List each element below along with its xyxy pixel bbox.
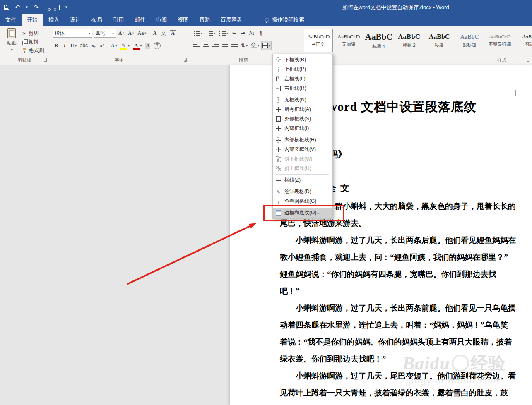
borders-button[interactable]: ▾ — [261, 41, 272, 50]
character-shading-button[interactable]: A — [144, 41, 152, 50]
tab-layout[interactable]: 布局 — [86, 14, 108, 26]
paste-dropdown-icon[interactable]: ▾ — [11, 48, 12, 52]
bold-button[interactable]: B — [53, 41, 60, 50]
justify-button[interactable] — [221, 41, 229, 50]
text-highlight-dropdown-icon[interactable]: ▾ — [128, 44, 130, 48]
menu-item-horizontal-line[interactable]: 横线(Z) — [273, 175, 332, 185]
strikethrough-button[interactable]: abc — [79, 41, 89, 50]
menu-item-diagonal-up-border[interactable]: 斜上框线(U) — [273, 164, 332, 173]
tab-review[interactable]: 审阅 — [151, 14, 172, 26]
undo-icon[interactable]: ↶ — [15, 4, 20, 10]
style-heading1[interactable]: AaBbC 标题 1 — [364, 29, 393, 52]
cut-button[interactable]: ✂ 剪切 — [22, 29, 39, 37]
style-subtitle[interactable]: AaBbC 副标题 — [455, 29, 484, 52]
numbering-button[interactable]: ▾ — [205, 29, 217, 38]
redo-icon[interactable]: ↷ — [34, 4, 39, 10]
text-effects-dropdown-icon[interactable]: ▾ — [116, 44, 117, 48]
menu-item-borders-and-shading[interactable]: 边框和底纹(O)... — [273, 208, 332, 218]
grow-font-button[interactable]: A˄ — [117, 29, 125, 38]
styles-dialog-launcher-icon[interactable] — [526, 58, 530, 62]
menu-item-left-border[interactable]: 左框线(L) — [273, 74, 332, 84]
style-normal[interactable]: AaBbCcD ↵正文 — [304, 29, 333, 52]
subscript-button[interactable]: x₂ — [90, 41, 97, 50]
font-size-dropdown-icon[interactable]: ▾ — [112, 31, 114, 35]
text-effects-button[interactable]: A ▾ — [110, 41, 118, 50]
character-border-button[interactable]: A — [169, 29, 177, 38]
clipboard-dialog-launcher-icon[interactable] — [43, 58, 47, 62]
underline-button[interactable]: U ▾ — [69, 41, 78, 50]
align-center-button[interactable] — [202, 41, 210, 50]
line-spacing-button[interactable]: ⇅ ▾ — [240, 41, 249, 50]
menu-item-right-border[interactable]: 右框线(R) — [273, 84, 332, 93]
italic-button[interactable]: I — [61, 41, 68, 50]
style-emphasis[interactable]: AaBbC 强调 — [515, 29, 532, 52]
tab-help[interactable]: 帮助 — [194, 14, 215, 26]
tab-insert[interactable]: 插入 — [43, 14, 65, 26]
menu-item-inside-vertical-border[interactable]: 内部竖框线(V) — [273, 145, 332, 154]
tab-design[interactable]: 设计 — [65, 14, 86, 26]
borders-dropdown-icon[interactable]: ▾ — [269, 44, 270, 48]
font-dialog-launcher-icon[interactable] — [183, 58, 187, 62]
multilevel-list-button[interactable]: ▾ — [218, 29, 229, 38]
shading-button[interactable]: ▾ — [250, 41, 260, 50]
menu-item-top-border[interactable]: 上框线(P) — [273, 65, 332, 74]
shading-dropdown-icon[interactable]: ▾ — [258, 44, 259, 48]
change-case-dropdown-icon[interactable]: ▾ — [144, 31, 146, 35]
menu-item-draw-table[interactable]: ✎ 绘制表格(D) — [273, 187, 332, 197]
document-title: 在 word 文档中设置段落底纹 — [312, 98, 477, 115]
shrink-font-button[interactable]: A˅ — [127, 29, 135, 38]
copy-button[interactable]: 复制 — [22, 38, 38, 46]
font-size-combobox[interactable]: 四号 ▾ — [94, 29, 116, 38]
menu-item-no-border[interactable]: 无框线(N) — [273, 95, 332, 105]
menu-item-inside-horizontal-border[interactable]: 内部横框线(H) — [273, 135, 332, 145]
sort-button[interactable]: A↓ — [248, 29, 256, 38]
menu-item-inside-borders[interactable]: 内部框线(I) — [273, 124, 332, 133]
distribute-button[interactable] — [230, 41, 239, 50]
menu-item-all-borders[interactable]: 所有框线(A) — [273, 105, 332, 114]
underline-dropdown-icon[interactable]: ▾ — [75, 44, 77, 48]
align-left-button[interactable] — [192, 41, 201, 50]
text-highlight-button[interactable]: ✎ ▾ — [119, 41, 131, 50]
menu-item-diagonal-down-border[interactable]: 斜下框线(W) — [273, 154, 332, 164]
tab-file[interactable]: 文件 — [0, 14, 22, 26]
enclose-characters-button[interactable]: 字 — [152, 41, 162, 50]
menu-item-outside-borders[interactable]: 外侧框线(S) — [273, 114, 332, 124]
font-color-button[interactable]: A ▾ — [132, 41, 143, 50]
print-preview-icon[interactable] — [45, 5, 49, 10]
tab-mailings[interactable]: 邮件 — [129, 14, 151, 26]
bullets-button[interactable]: ▾ — [192, 29, 204, 38]
font-name-dropdown-icon[interactable]: ▾ — [89, 31, 90, 35]
increase-indent-button[interactable]: ⇥ — [239, 29, 247, 38]
tab-baidu-netdisk[interactable]: 百度网盘 — [215, 14, 248, 26]
paste-button[interactable]: 粘贴 ▾ — [2, 28, 21, 55]
multilevel-dropdown-icon[interactable]: ▾ — [226, 31, 228, 35]
show-hide-marks-button[interactable]: ¶ — [257, 29, 265, 38]
menu-item-view-gridlines[interactable]: 查看网格线(G) — [273, 197, 332, 206]
change-case-button[interactable]: Aa ▾ — [136, 29, 147, 38]
tab-view[interactable]: 视图 — [172, 14, 194, 26]
tell-me-search[interactable]: 操作说明搜索 — [265, 14, 304, 26]
phonetic-guide-button[interactable]: 文 — [160, 29, 167, 38]
format-painter-button[interactable]: 格式刷 — [22, 47, 44, 55]
decrease-indent-button[interactable]: ⇤ — [231, 29, 238, 38]
style-title[interactable]: AaBbC 标题 — [425, 29, 454, 52]
style-no-spacing[interactable]: AaBbCcD 无间隔 — [334, 29, 363, 52]
line-spacing-dropdown-icon[interactable]: ▾ — [246, 44, 248, 48]
style-heading2[interactable]: AaBbC 标题 2 — [395, 29, 424, 52]
menu-item-bottom-border[interactable]: 下框线(B) — [273, 55, 332, 65]
tab-home[interactable]: 开始 — [22, 14, 43, 26]
numbering-dropdown-icon[interactable]: ▾ — [214, 31, 215, 35]
customize-qat-icon[interactable]: ▾ — [65, 5, 67, 9]
font-color-dropdown-icon[interactable]: ▾ — [140, 44, 142, 48]
font-name-combobox[interactable]: 楷体 ▾ — [53, 29, 92, 38]
style-subtle-emphasis[interactable]: AaBbCcD 不明显强调 — [485, 29, 514, 52]
undo-dropdown-icon[interactable]: ▾ — [26, 5, 28, 9]
tab-references[interactable]: 引用 — [108, 14, 129, 26]
superscript-button[interactable]: x² — [98, 41, 106, 50]
align-right-button[interactable] — [211, 41, 220, 50]
share-icon[interactable] — [55, 5, 60, 10]
bullets-dropdown-icon[interactable]: ▾ — [201, 31, 202, 35]
save-icon[interactable] — [4, 5, 9, 10]
clear-formatting-button[interactable]: A — [151, 29, 159, 38]
menu-item-label: 无框线(N) — [284, 96, 306, 103]
